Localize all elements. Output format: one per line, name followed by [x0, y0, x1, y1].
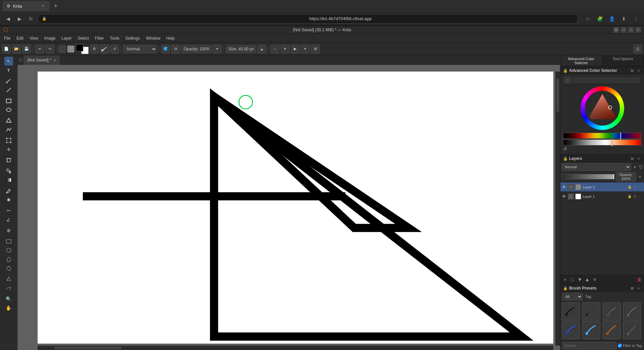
flip-h-button[interactable]: ↔ — [271, 45, 279, 53]
foreground-color-swatch[interactable] — [76, 44, 83, 51]
brush-settings-button[interactable]: ⚙ — [90, 45, 99, 53]
brush-preset-4[interactable] — [623, 302, 641, 320]
back-button[interactable]: ◀ — [3, 14, 13, 24]
menu-image[interactable]: Image — [42, 35, 58, 41]
crop-tool-button[interactable] — [4, 156, 13, 165]
ellipse-tool-button[interactable] — [4, 105, 13, 114]
browser-tab[interactable]: ⚙ Krita × — [3, 1, 50, 11]
layers-opacity-menu-button[interactable]: ≡ — [637, 174, 643, 179]
move-tool-button[interactable]: ✛ — [4, 145, 13, 154]
smart-patch-button[interactable]: ✱ — [4, 195, 13, 204]
layer-2-alpha-icon[interactable]: α — [633, 185, 637, 189]
layers-close-button[interactable]: × — [636, 156, 641, 161]
document-close-button[interactable]: × — [54, 58, 56, 62]
opacity-dropdown-button[interactable]: ▾ — [213, 45, 222, 53]
bookmark-button[interactable]: ☆ — [583, 14, 592, 24]
layers-blend-dropdown[interactable]: ▾ — [632, 164, 638, 170]
canvas[interactable] — [38, 72, 553, 344]
polygon-tool-button[interactable] — [4, 116, 13, 125]
flip-h-dropdown[interactable]: ▾ — [281, 45, 289, 53]
opacity-input[interactable] — [181, 45, 212, 53]
layer-1-more-icon[interactable]: ⋯ — [638, 194, 643, 199]
polyline-tool-button[interactable] — [4, 125, 13, 134]
forward-button[interactable]: ▶ — [15, 14, 24, 24]
maximize-button[interactable]: □ — [628, 27, 634, 33]
h-scrollbar-thumb[interactable] — [54, 347, 122, 349]
color-wheel[interactable] — [581, 86, 624, 130]
layer-item-1[interactable]: 👁 α Layer 1 🔒 α ⋯ — [560, 192, 644, 201]
redo-button[interactable]: ↪ — [45, 45, 54, 53]
save-doc-button[interactable]: 💾 — [22, 45, 31, 53]
profile-button[interactable]: 👤 — [607, 14, 616, 24]
brush-preset-3[interactable] — [603, 302, 621, 320]
menu-tools[interactable]: Tools — [107, 35, 122, 41]
blend-mode-select[interactable]: Normal — [123, 45, 157, 53]
rect-select-button[interactable] — [4, 237, 13, 246]
gradient-tool-button[interactable] — [4, 176, 13, 184]
reload-button[interactable]: ↻ — [26, 14, 36, 24]
brush-search-input[interactable] — [562, 342, 616, 349]
v-scrollbar-thumb[interactable] — [556, 78, 559, 112]
angle-tool-button[interactable]: ∠ — [4, 215, 13, 224]
advanced-color-selector-header[interactable]: 🔒 Advanced Color Selector ⧉ × — [560, 67, 644, 75]
move-layer-down-button[interactable]: ▼ — [577, 276, 583, 283]
undo-button[interactable]: ↩ — [35, 45, 44, 53]
brush-preset-2[interactable] — [582, 302, 600, 320]
brush-preset-6[interactable] — [582, 321, 600, 339]
move-layer-up-button[interactable]: ▲ — [584, 276, 591, 283]
freehand-brush-button[interactable] — [4, 77, 13, 85]
menu-file[interactable]: File — [1, 35, 13, 41]
menu-settings[interactable]: Settings — [123, 35, 142, 41]
text-tool-button[interactable]: T — [4, 66, 13, 75]
assistant-tool-button[interactable]: ⊕ — [4, 226, 13, 235]
pattern-button[interactable] — [58, 45, 66, 53]
menu-view[interactable]: View — [27, 35, 41, 41]
layer-1-alpha-icon[interactable]: α — [633, 194, 637, 199]
brush-preset-1[interactable] — [562, 302, 580, 320]
color-picker-button[interactable] — [4, 186, 13, 195]
layer-item-2[interactable]: 👁 α Layer 2 🔒 α ⋯ — [560, 182, 644, 192]
color-reset-button[interactable]: ↺ — [563, 146, 567, 151]
layer-2-lock-icon[interactable]: 🔒 — [627, 185, 632, 189]
brush-presets-close-button[interactable]: × — [636, 286, 641, 291]
new-tab-button[interactable]: + — [51, 1, 60, 11]
magnetic-select-button[interactable] — [4, 284, 13, 293]
layers-blend-mode-select[interactable]: Normal — [562, 163, 631, 171]
fill-color-button[interactable]: 🪣 — [161, 45, 170, 53]
layers-float-button[interactable]: ⧉ — [630, 156, 635, 161]
tab-advanced-color-selector[interactable]: Advanced Color Selector — [560, 55, 602, 66]
open-doc-button[interactable]: 📂 — [12, 45, 21, 53]
layer-properties-button[interactable]: ≡ — [591, 276, 598, 283]
gamut-mask-button[interactable]: ⬡ — [564, 77, 570, 83]
menu-help[interactable]: Help — [164, 35, 177, 41]
tab-close-button[interactable]: × — [40, 3, 46, 9]
transform-tool-button[interactable] — [4, 136, 13, 145]
brush-presets-header[interactable]: 🔒 Brush Presets ⧉ × — [560, 284, 644, 292]
layer-1-lock-icon[interactable]: 🔒 — [627, 194, 632, 199]
color-triangle[interactable] — [587, 92, 618, 124]
color-selector-close-button[interactable]: × — [636, 68, 641, 73]
flip-v-button[interactable]: ▶ — [291, 45, 300, 53]
brush-preset-7[interactable] — [603, 321, 621, 339]
brush-preset-button[interactable] — [100, 45, 109, 53]
menu-edit[interactable]: Edit — [14, 35, 26, 41]
color-value-bar[interactable] — [563, 139, 641, 145]
rect-tool-button[interactable] — [4, 96, 13, 105]
layers-filter-button[interactable]: ▽ — [639, 164, 643, 170]
brush-tag-select[interactable]: All — [562, 293, 583, 300]
layer-1-visibility-button[interactable]: 👁 — [562, 194, 566, 199]
fill-pattern-button[interactable]: ⊟ — [171, 45, 180, 53]
filter-in-tag-checkbox[interactable] — [618, 344, 622, 348]
tab-tool-options[interactable]: Tool Options — [602, 55, 644, 66]
menu-window[interactable]: Window — [143, 35, 163, 41]
ellipse-select-button[interactable] — [4, 246, 13, 255]
add-layer-button[interactable]: + — [562, 276, 568, 283]
menu-button[interactable]: ⋮ — [631, 14, 641, 24]
brush-preset-5[interactable] — [562, 321, 580, 339]
canvas-container[interactable] — [17, 65, 560, 350]
fill-tool-button[interactable] — [4, 167, 13, 175]
layer-2-more-icon[interactable]: ⋯ — [638, 185, 643, 189]
flip-v-dropdown[interactable]: ▾ — [301, 45, 310, 53]
freeform-select-button[interactable] — [4, 255, 13, 264]
minimize-button[interactable]: — — [620, 27, 627, 33]
